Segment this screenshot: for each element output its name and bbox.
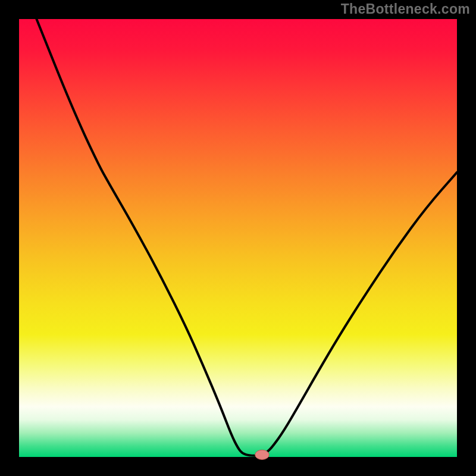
optimum-marker <box>255 450 270 459</box>
bottleneck-curve-chart <box>0 0 476 476</box>
chart-frame: TheBottleneck.com <box>0 0 476 476</box>
plot-background <box>19 19 457 457</box>
